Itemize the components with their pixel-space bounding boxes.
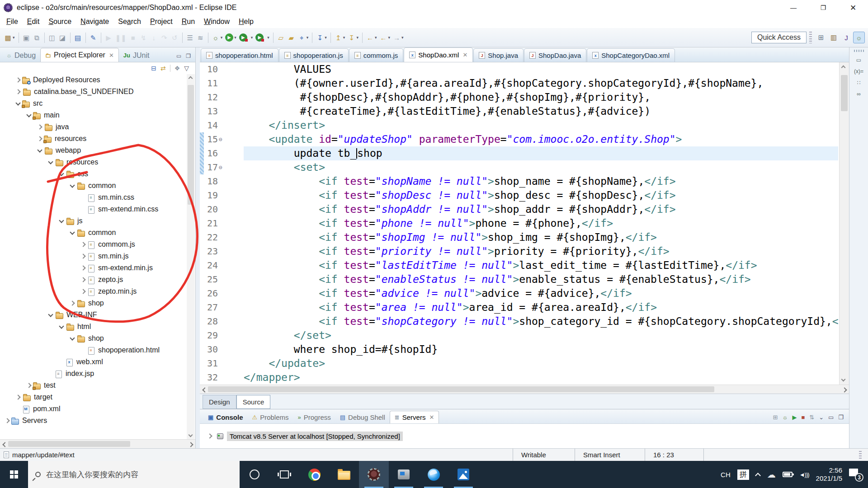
close-icon[interactable]: ✕ — [109, 52, 114, 59]
variables-view-icon[interactable]: (x)= — [854, 68, 863, 75]
code-line-11[interactable]: 11 (#{owner.userId},#{area.areaId},#{sho… — [200, 76, 849, 90]
menu-navigate[interactable]: Navigate — [76, 17, 113, 27]
tree-item-zepto-js[interactable]: ≡zepto.js — [0, 274, 195, 286]
maximize-button[interactable]: ❐ — [808, 0, 838, 15]
expressions-view-icon[interactable]: ∞ — [857, 91, 861, 97]
tree-item-pom-xml[interactable]: Mpom.xml — [0, 403, 195, 415]
tree-item-zepto-min-js[interactable]: ≡zepto.min.js — [0, 286, 195, 297]
tree-item-sm-extend-min-js[interactable]: ≡sm-extend.min.js — [0, 262, 195, 274]
code-line-26[interactable]: 26 <if test="advice != null">advice = #{… — [200, 286, 849, 300]
code-line-17[interactable]: 17⊖ <set> — [200, 160, 849, 174]
taskbar-app-cortana[interactable] — [240, 461, 269, 488]
focus-working-set-icon[interactable]: ❖ — [175, 65, 180, 72]
chevron-collapsed-icon[interactable] — [36, 135, 43, 142]
close-button[interactable]: ✕ — [838, 0, 868, 15]
chevron-expanded-icon[interactable] — [69, 335, 76, 342]
terminate-icon[interactable]: ■ — [128, 32, 138, 43]
tree-item-web-inf[interactable]: WEB-INF — [0, 309, 195, 321]
chevron-collapsed-icon[interactable] — [14, 88, 22, 95]
stop-server-icon[interactable]: ■ — [801, 414, 805, 421]
chevron-expanded-icon[interactable] — [25, 112, 33, 119]
javaee-perspective-icon[interactable]: ▥ — [828, 32, 840, 43]
chevron-expanded-icon[interactable] — [58, 323, 65, 330]
menu-help[interactable]: Help — [234, 17, 258, 27]
chevron-expanded-icon[interactable] — [58, 170, 65, 178]
taskbar-app-task-view[interactable] — [269, 461, 299, 488]
java-perspective-icon[interactable]: J — [840, 32, 852, 43]
link-with-editor-icon[interactable]: ⇄ — [160, 65, 166, 72]
taskbar-search-box[interactable]: 在这里输入你要搜索的内容 — [28, 461, 240, 488]
code-line-25[interactable]: 25 <if test="enableStatus != null">enabl… — [200, 272, 849, 286]
editor-tab-shopdao-xml[interactable]: xShopDao.xml✕ — [404, 47, 473, 62]
editor-vertical-scrollbar[interactable] — [839, 62, 849, 385]
code-line-14[interactable]: 14 </insert> — [200, 118, 849, 132]
code-line-16[interactable]: 16 update tb_shop — [200, 146, 849, 160]
tree-item-main[interactable]: main — [0, 109, 195, 121]
run-icon[interactable]: ▶ — [224, 32, 237, 43]
menu-edit[interactable]: Edit — [23, 17, 44, 27]
restore-view-icon[interactable]: ▭ — [856, 57, 861, 63]
maximize-view-icon[interactable]: ❐ — [186, 53, 191, 59]
start-server-icon[interactable]: ▶ — [792, 414, 797, 421]
open-console-icon[interactable]: ▤ — [73, 32, 83, 43]
code-line-13[interactable]: 13 #{createTime},#{lastEditTime},#{enabl… — [200, 104, 849, 118]
chevron-collapsed-icon[interactable] — [14, 76, 22, 84]
start-button[interactable] — [0, 461, 28, 488]
volume-icon[interactable]: ◄))) — [799, 471, 809, 478]
maximize-icon[interactable]: ❐ — [838, 414, 844, 421]
scrollbar-thumb[interactable] — [208, 386, 714, 392]
chevron-expanded-icon[interactable] — [47, 311, 54, 319]
next-annotation-icon[interactable]: ↥ — [334, 32, 346, 43]
tree-item-src[interactable]: src — [0, 98, 195, 109]
chevron-collapsed-icon[interactable] — [80, 241, 87, 248]
view-tab-debug[interactable]: ☼Debug — [2, 49, 40, 62]
close-icon[interactable]: ✕ — [462, 52, 467, 58]
tree-item-web-xml[interactable]: xweb.xml — [0, 356, 195, 368]
code-line-22[interactable]: 22 <if test="shopImg != null">shop_img =… — [200, 230, 849, 244]
last-edit-location-icon[interactable]: ← — [365, 32, 378, 43]
tree-item-sm-extend-min-css[interactable]: ≡sm-extend.min.css — [0, 203, 195, 215]
chevron-expanded-icon[interactable] — [58, 217, 65, 225]
chevron-collapsed-icon[interactable] — [14, 394, 22, 401]
onedrive-cloud-icon[interactable]: ☁ — [767, 469, 776, 480]
menu-project[interactable]: Project — [146, 17, 177, 27]
code-line-21[interactable]: 21 <if test="phone != null">phone = #{ph… — [200, 216, 849, 230]
fold-marker-icon[interactable]: ⊖ — [219, 160, 222, 174]
scrollbar-thumb[interactable] — [841, 75, 848, 111]
suspend-icon[interactable]: ❚❚ — [114, 32, 127, 43]
chevron-collapsed-icon[interactable] — [80, 264, 87, 272]
chevron-collapsed-icon[interactable] — [80, 276, 87, 283]
code-line-23[interactable]: 23 <if test="priority != null">priority … — [200, 244, 849, 258]
chevron-expanded-icon[interactable] — [47, 159, 54, 166]
ime-indicator[interactable]: 拼 — [737, 469, 749, 480]
tree-item-shop[interactable]: shop — [0, 333, 195, 344]
pin-editor-icon[interactable]: ✎ — [89, 32, 98, 43]
chevron-expanded-icon[interactable] — [36, 147, 43, 154]
code-line-18[interactable]: 18 <if test="shopName != null">shop_name… — [200, 174, 849, 188]
taskbar-app-eclipse[interactable] — [359, 461, 389, 488]
step-into-icon[interactable]: ↓ — [149, 32, 159, 43]
chevron-collapsed-icon[interactable] — [36, 123, 43, 131]
tab-progress[interactable]: »Progress — [293, 411, 335, 423]
notification-center-icon[interactable]: 3 — [849, 469, 863, 480]
menu-source[interactable]: Source — [44, 17, 76, 27]
close-icon[interactable]: ✕ — [429, 414, 434, 421]
tree-item-shop[interactable]: shop — [0, 297, 195, 309]
breakpoints-view-icon[interactable]: ∷ — [857, 80, 861, 86]
scroll-left-icon[interactable] — [2, 442, 6, 446]
code-line-20[interactable]: 20 <if test="shopAddr != null">shop_addr… — [200, 202, 849, 216]
collapse-all-icon[interactable]: ⊟ — [151, 65, 156, 72]
disconnect-icon[interactable]: ↯ — [139, 32, 148, 43]
tree-item-sm-min-js[interactable]: ≡sm.min.js — [0, 250, 195, 262]
editor-tab-shopcategorydao-xml[interactable]: xShopCategoryDao.xml — [587, 48, 675, 62]
new-wizard-icon[interactable]: ▩ — [3, 32, 16, 43]
forward-icon[interactable]: → — [392, 32, 405, 43]
editor-horizontal-scrollbar[interactable] — [200, 385, 849, 394]
code-editor[interactable]: 10 VALUES11 (#{owner.userId},#{area.area… — [200, 62, 849, 385]
tree-item-css[interactable]: css — [0, 168, 195, 180]
code-line-15[interactable]: 15⊖ <update id="updateShop" parameterTyp… — [200, 132, 849, 146]
hidden-icons-chevron-icon[interactable] — [756, 472, 760, 477]
tree-horizontal-scrollbar[interactable] — [0, 439, 195, 448]
tree-item-deployed-resources[interactable]: Deployed Resources — [0, 74, 195, 86]
tree-item-sm-min-css[interactable]: ≡sm.min.css — [0, 192, 195, 203]
